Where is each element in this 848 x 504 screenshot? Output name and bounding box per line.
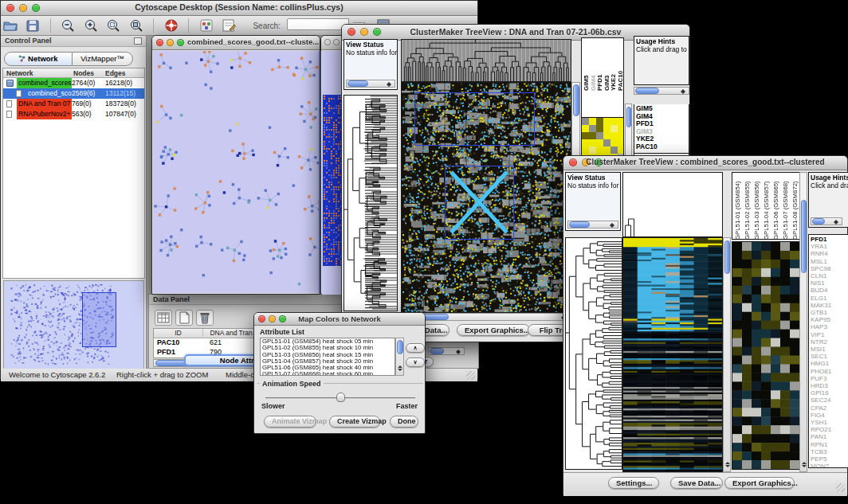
network-view-titlebar[interactable]: combined_scores_good.txt--cluste... (152, 36, 320, 50)
gene-label-hap3[interactable]: HAP3 (809, 323, 848, 330)
gene-label-mak31[interactable]: MAK31 (809, 302, 848, 309)
network-row-combined-sco[interactable]: combined_sco2569(6)13112(15) (3, 88, 144, 99)
gene-label-vip1[interactable]: VIP1 (809, 331, 848, 338)
scrollbar-thumb[interactable] (626, 107, 631, 127)
gene-label-sec1[interactable]: SEC1 (809, 353, 848, 360)
tab-network[interactable]: Network (4, 52, 73, 66)
scroll-down-arrow[interactable] (725, 465, 730, 470)
close-button[interactable] (156, 39, 163, 46)
tv1-row-label-pac10[interactable]: PAC10 (636, 143, 689, 151)
gene-label-cpa2[interactable]: CPA2 (809, 404, 848, 412)
tv2-zoom-scrollbar[interactable] (799, 172, 807, 472)
gene-label-pep5[interactable]: PEP5 (809, 455, 848, 463)
attribute-list-scrollbar[interactable] (395, 338, 404, 376)
vizmapper-icon[interactable] (198, 18, 215, 33)
tv2-heatmap[interactable] (622, 237, 723, 472)
dialog-button-create-vizmap[interactable]: Create Vizmap (329, 416, 380, 428)
gene-label-ntr2[interactable]: NTR2 (809, 338, 848, 346)
gene-label-hmg1[interactable]: HMG1 (809, 360, 848, 367)
close-button[interactable] (324, 39, 331, 45)
gene-label-sec24[interactable]: SEC24 (809, 397, 848, 404)
save-icon[interactable] (24, 18, 41, 33)
scroll-right-arrow[interactable] (458, 350, 463, 354)
zoom-fit-icon[interactable] (128, 18, 145, 33)
search-input[interactable] (287, 18, 349, 30)
network-overview-thumbnail[interactable] (3, 280, 144, 369)
scrollbar-thumb[interactable] (724, 240, 730, 274)
gene-label-fig4[interactable]: FIG4 (809, 412, 848, 419)
zoom-button[interactable] (177, 39, 184, 46)
view-status-scrollbar[interactable] (567, 221, 618, 229)
gene-label-pan1[interactable]: PAN1 (809, 433, 848, 440)
attribute-select-icon[interactable] (155, 310, 172, 326)
tv2-usage-scrollbar[interactable] (811, 217, 842, 225)
slider-thumb[interactable] (336, 393, 345, 402)
tv2-column-dendrogram[interactable] (622, 172, 723, 237)
gene-label-rnr4[interactable]: RNR4 (809, 250, 848, 257)
tv2-zoom-heatmap[interactable] (732, 241, 800, 470)
scrollbar-thumb[interactable] (573, 84, 579, 116)
scroll-up-arrow[interactable] (802, 459, 807, 464)
gene-label-elg1[interactable]: ELG1 (809, 295, 848, 302)
gene-label-cln1[interactable]: CLN1 (809, 272, 848, 279)
scrollbar-thumb[interactable] (801, 200, 807, 273)
scroll-right-arrow[interactable] (836, 220, 841, 225)
gene-label-gtb1[interactable]: GTB1 (809, 309, 848, 316)
tv1-summary-heatmap[interactable] (582, 117, 624, 161)
gene-label-rpo21[interactable]: RPO21 (809, 426, 848, 433)
float-panel-icon[interactable] (134, 37, 142, 45)
move-up-button[interactable]: ∧ (406, 343, 425, 353)
tv1-column-dendrogram[interactable] (401, 39, 571, 82)
tv2-button-save-data[interactable]: Save Data... (670, 477, 723, 489)
scrollbar-thumb[interactable] (430, 348, 444, 354)
network-row-dna-and-tran-07[interactable]: DNA and Tran 07769(0)183728(0) (3, 99, 144, 109)
gene-label-hrd3[interactable]: HRD3 (809, 382, 848, 389)
tv2-button-export-graphics[interactable]: Export Graphics... (724, 477, 795, 489)
minimize-button[interactable] (333, 39, 340, 45)
zoom-in-icon[interactable] (82, 18, 100, 33)
zoom-out-icon[interactable] (59, 18, 77, 33)
treeview2-titlebar[interactable]: ClusterMaker TreeView : combined_scores_… (563, 156, 847, 170)
tv1-h-scrollbar[interactable] (401, 313, 570, 321)
gene-label-mon2[interactable]: MON2 (809, 463, 848, 468)
gene-label-kap95[interactable]: KAP95 (809, 316, 848, 323)
gene-label-yra1[interactable]: YRA1 (809, 243, 848, 250)
gene-label-pfd1[interactable]: PFD1 (809, 236, 848, 243)
resize-grip[interactable] (466, 371, 475, 380)
resize-grip[interactable] (836, 483, 845, 492)
tv1-row-dendrogram[interactable] (344, 95, 398, 311)
zoom-selected-icon[interactable] (104, 18, 122, 33)
scroll-down-arrow[interactable] (802, 465, 807, 470)
tv2-v-scrollbar[interactable] (723, 237, 731, 472)
dialog-button-done[interactable]: Done (390, 416, 418, 428)
tv2-button-settings[interactable]: Settings... (608, 477, 659, 489)
data-panel-right-scrollbar[interactable] (428, 347, 465, 355)
network-row-combined-scores[interactable]: combined_scores2764(0)16218(0) (3, 78, 144, 88)
tv1-button-export-graphics[interactable]: Export Graphics... (457, 324, 530, 336)
view-status-scrollbar[interactable] (346, 80, 395, 88)
gene-label-tcb3[interactable]: TCB3 (809, 448, 848, 455)
tv1-usage-scrollbar[interactable] (634, 87, 689, 95)
delete-attribute-icon[interactable] (196, 310, 214, 326)
scroll-right-arrow[interactable] (612, 223, 617, 228)
tv2-row-dendrogram[interactable] (565, 237, 622, 470)
gene-label-gpi16[interactable]: GPI16 (809, 389, 848, 397)
new-attribute-icon[interactable] (175, 310, 193, 326)
gene-label-msi1[interactable]: MSI1 (809, 346, 848, 353)
gene-label-rpn1[interactable]: RPN1 (809, 441, 848, 448)
network-canvas[interactable] (153, 51, 321, 293)
main-titlebar[interactable]: Cytoscape Desktop (Session Name: collins… (1, 1, 477, 16)
scrollbar-thumb[interactable] (635, 88, 659, 94)
gene-label-nis1[interactable]: NIS1 (809, 279, 848, 287)
move-down-button[interactable]: ∨ (406, 357, 425, 367)
scrollbar-thumb[interactable] (569, 221, 590, 228)
tv2-gene-list[interactable]: PFD1YRA1RNR4MSL1SPC98CLN1NIS1BUD4ELG1MAK… (808, 234, 848, 468)
tv1-heatmap[interactable] (401, 82, 571, 313)
gene-label-ysh1[interactable]: YSH1 (809, 419, 848, 426)
network-row-rnapubernov2[interactable]: RNAPuberNov2+563(0)107847(0) (3, 109, 144, 119)
scroll-right-arrow[interactable] (389, 82, 394, 87)
scrollbar-thumb[interactable] (347, 80, 368, 87)
dialog-titlebar[interactable]: Map Colors to Network (254, 313, 425, 326)
scroll-up-arrow[interactable] (398, 363, 402, 368)
scrollbar-thumb[interactable] (397, 340, 403, 354)
